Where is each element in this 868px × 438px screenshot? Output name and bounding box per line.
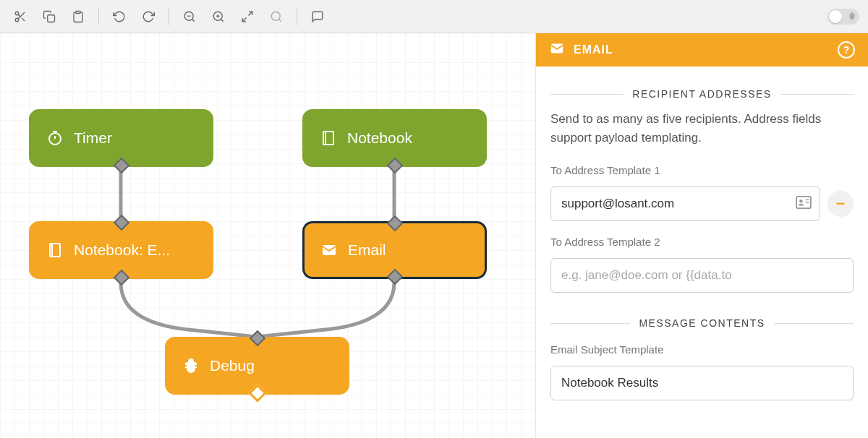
svg-rect-5 xyxy=(48,14,55,22)
debug-toggle[interactable] xyxy=(827,9,859,25)
bug-icon xyxy=(848,10,856,23)
svg-line-15 xyxy=(242,17,246,21)
svg-rect-6 xyxy=(76,11,80,13)
node-timer[interactable]: Timer xyxy=(29,109,213,167)
timer-icon xyxy=(46,129,64,147)
recipients-description: Send to as many as five recipients. Addr… xyxy=(550,110,854,147)
field-label: Email Subject Template xyxy=(550,343,854,356)
workflow-canvas[interactable]: Timer Notebook Notebook: E... Email xyxy=(0,33,535,438)
zoom-out-button[interactable] xyxy=(178,5,201,28)
node-label: Email xyxy=(348,241,386,259)
contact-card-icon[interactable] xyxy=(796,196,812,212)
to-address-2-input[interactable] xyxy=(550,258,854,293)
node-notebook[interactable]: Notebook xyxy=(302,109,487,167)
svg-line-11 xyxy=(221,19,223,21)
zoom-in-button[interactable] xyxy=(207,5,230,28)
toolbar-separator xyxy=(297,8,297,25)
panel-header: EMAIL ? xyxy=(536,33,868,66)
remove-recipient-button[interactable]: − xyxy=(827,191,854,217)
copy-button[interactable] xyxy=(38,5,61,28)
undo-button[interactable] xyxy=(108,5,131,28)
node-debug[interactable]: Debug xyxy=(165,337,349,395)
fit-screen-button[interactable] xyxy=(236,5,259,28)
svg-point-30 xyxy=(799,199,803,203)
toolbar-separator xyxy=(98,8,99,25)
to-address-1-input[interactable] xyxy=(550,186,820,221)
field-label: To Address Template 1 xyxy=(550,164,854,176)
section-header-message: MESSAGE CONTENTS xyxy=(550,317,854,329)
svg-line-8 xyxy=(192,19,194,21)
node-label: Timer xyxy=(74,129,112,147)
cut-button[interactable] xyxy=(9,5,32,28)
panel-title: EMAIL xyxy=(574,43,613,56)
notebook-icon xyxy=(46,241,64,259)
properties-panel: EMAIL ? RECIPIENT ADDRESSES Send to as m… xyxy=(535,33,868,438)
svg-point-1 xyxy=(15,18,19,22)
svg-line-3 xyxy=(22,17,25,20)
svg-line-17 xyxy=(278,19,281,21)
svg-line-14 xyxy=(249,12,252,15)
redo-button[interactable] xyxy=(137,5,160,28)
node-email[interactable]: Email xyxy=(302,221,487,279)
email-icon xyxy=(549,40,565,59)
paste-button[interactable] xyxy=(67,5,90,28)
svg-point-0 xyxy=(15,12,19,15)
zoom-reset-button[interactable] xyxy=(265,5,288,28)
node-notebook-exec[interactable]: Notebook: E... xyxy=(29,221,213,279)
svg-line-4 xyxy=(18,14,20,17)
bug-icon xyxy=(182,357,200,374)
toolbar-separator xyxy=(169,8,169,25)
notebook-icon xyxy=(320,129,337,147)
email-subject-input[interactable] xyxy=(550,366,854,400)
toolbar xyxy=(0,0,868,33)
add-comment-button[interactable] xyxy=(306,5,329,28)
email-icon xyxy=(320,241,338,259)
node-label: Notebook xyxy=(347,129,412,147)
svg-point-16 xyxy=(271,12,280,20)
help-button[interactable]: ? xyxy=(838,41,855,59)
section-header-recipients: RECIPIENT ADDRESSES xyxy=(550,88,854,100)
field-label: To Address Template 2 xyxy=(550,236,854,248)
node-label: Debug xyxy=(210,357,255,374)
node-label: Notebook: E... xyxy=(74,241,170,259)
